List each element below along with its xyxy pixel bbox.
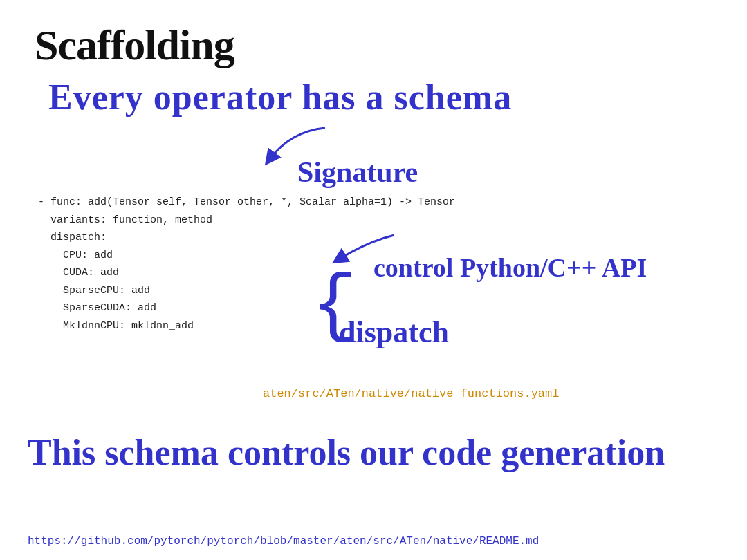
code-line-2: variants: function, method [38,212,455,230]
code-line-6: SparseCPU: add [38,282,455,300]
signature-label: Signature [297,156,418,189]
yaml-path: aten/src/ATen/native/native_functions.ya… [263,387,559,400]
footer-link: https://github.com/pytorch/pytorch/blob/… [28,535,539,548]
control-label: control Python/C++ API [374,252,647,283]
dispatch-label: dispatch [339,315,449,350]
bottom-headline: This schema controls our code generation [28,432,665,473]
headline: Every operator has a schema [48,77,712,118]
slide: Scaffolding Every operator has a schema … [0,0,747,560]
code-line-1: - func: add(Tensor self, Tensor other, *… [38,194,455,212]
slide-title: Scaffolding [35,21,712,70]
